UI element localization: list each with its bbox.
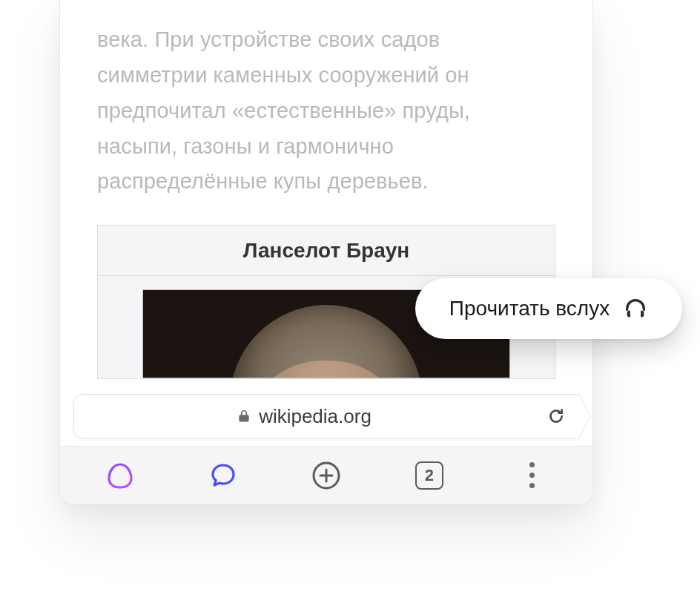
plus-circle-icon bbox=[311, 460, 342, 491]
address-bar-domain: wikipedia.org bbox=[259, 405, 372, 428]
reload-button[interactable] bbox=[534, 407, 578, 426]
tabs-count-badge: 2 bbox=[415, 461, 443, 490]
infobox-title: Ланселот Браун bbox=[98, 226, 555, 276]
new-tab-button[interactable] bbox=[303, 455, 350, 496]
read-aloud-label: Прочитать вслух bbox=[449, 297, 610, 320]
address-bar[interactable]: wikipedia.org bbox=[73, 394, 579, 438]
reload-icon bbox=[547, 407, 566, 426]
kebab-menu-icon bbox=[529, 462, 535, 488]
address-bar-center[interactable]: wikipedia.org bbox=[74, 405, 534, 428]
browser-window: века. При устройстве своих садов симметр… bbox=[59, 0, 593, 504]
tabs-button[interactable]: 2 bbox=[406, 455, 453, 496]
alice-button[interactable] bbox=[96, 455, 144, 496]
chat-icon bbox=[208, 461, 238, 490]
menu-button[interactable] bbox=[509, 455, 556, 496]
headphones-icon bbox=[623, 296, 648, 321]
article-paragraph: века. При устройстве своих садов симметр… bbox=[97, 0, 555, 200]
bottom-toolbar: 2 bbox=[60, 446, 592, 504]
lock-icon bbox=[237, 409, 251, 424]
read-aloud-button[interactable]: Прочитать вслух bbox=[415, 278, 682, 339]
alice-icon bbox=[105, 461, 135, 490]
chat-button[interactable] bbox=[199, 455, 247, 496]
